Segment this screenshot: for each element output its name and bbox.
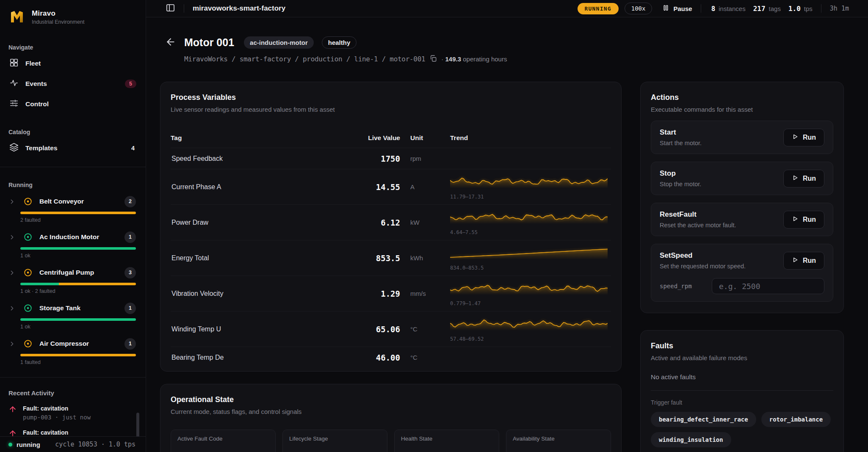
asset-type-badge: ac-induction-motor	[244, 36, 314, 49]
running-asset-row[interactable]: Centrifugal Pump3	[8, 266, 136, 279]
running-asset-group: Air Compressor11 faulted	[0, 333, 146, 369]
copy-icon	[429, 55, 437, 63]
operational-state-title: Operational State	[171, 395, 611, 404]
pv-trend-cell: 57.48–69.52	[450, 314, 611, 345]
pv-live-value: 1.29	[353, 289, 400, 298]
no-active-faults-text: No active faults	[651, 373, 833, 381]
pv-trend-cell: 834.0–853.5	[450, 243, 611, 273]
op-state-box: Health State	[394, 430, 499, 452]
process-variables-subtitle: Live sensor readings and measured values…	[171, 106, 611, 113]
pv-live-value: 46.00	[353, 353, 400, 362]
section-label-navigate: Navigate	[0, 44, 146, 51]
health-bar	[20, 318, 136, 321]
action-info: StartStart the motor.	[660, 128, 702, 146]
page-title: Motor 001	[184, 36, 234, 49]
action-row: ResetFaultReset the active motor fault.R…	[660, 210, 824, 229]
trigger-fault-rotor_imbalance[interactable]: rotor_imbalance	[761, 412, 831, 427]
running-asset-count: 3	[124, 267, 136, 278]
table-row: Current Phase A14.55A 11.79–17.31	[171, 169, 611, 204]
faults-title: Faults	[651, 342, 833, 350]
actions-subtitle: Executable commands for this asset	[651, 106, 833, 113]
stat-value: 217	[753, 5, 766, 13]
table-row: Power Draw6.12kW 4.64–7.55	[171, 204, 611, 240]
health-bar	[20, 354, 136, 356]
pv-tag-name: Power Draw	[171, 219, 353, 226]
run-button-start[interactable]: Run	[783, 129, 824, 146]
table-row: Vibration Velocity1.29mm/s 0.779–1.47	[171, 276, 611, 311]
sidebar-scroll-area: Navigate FleetEvents5Control Catalog Tem…	[0, 30, 146, 436]
miravo-logo-icon	[8, 8, 25, 25]
brand-name: Miravo	[32, 9, 84, 18]
health-bar-segment	[20, 247, 136, 250]
action-info: ResetFaultReset the active motor fault.	[660, 210, 736, 229]
pv-trend-range: 4.64–7.55	[450, 229, 611, 235]
pv-unit: °C	[400, 354, 450, 361]
run-button-setspeed[interactable]: Run	[783, 252, 824, 270]
op-state-label: Lifecycle Stage	[289, 435, 381, 442]
trend-sparkline	[450, 247, 608, 262]
activity-list-item[interactable]: Fault: cavitationpump-003 · just now	[0, 401, 146, 425]
action-description: Reset the active motor fault.	[660, 222, 736, 229]
pv-trend-cell: 11.79–17.31	[450, 171, 611, 202]
pv-trend-range: 11.79–17.31	[450, 194, 611, 200]
play-icon	[792, 256, 799, 265]
stat-label: tps	[804, 5, 813, 12]
running-asset-row[interactable]: Air Compressor1	[8, 337, 136, 350]
layers-icon	[9, 143, 19, 154]
trigger-fault-label: Trigger fault	[651, 399, 833, 406]
sidebar-item-events[interactable]: Events5	[0, 74, 146, 94]
speed-multiplier-badge[interactable]: 100x	[625, 3, 652, 14]
chevron-right-icon	[8, 269, 16, 276]
running-asset-count: 1	[124, 338, 136, 350]
trend-sparkline	[450, 318, 608, 333]
templates-label: Templates	[25, 144, 124, 152]
play-icon	[792, 133, 799, 142]
trigger-fault-bearing_defect_inner_race[interactable]: bearing_defect_inner_race	[651, 412, 756, 427]
activity-list-item[interactable]: Fault: cavitationpump-001 · just now	[0, 425, 146, 436]
circle-dot-icon	[23, 232, 33, 242]
running-asset-row[interactable]: Storage Tank1	[8, 302, 136, 314]
param-label: speed_rpm	[660, 283, 702, 289]
table-row: Speed Feedback1750rpm	[171, 148, 611, 169]
operational-state-subtitle: Current mode, status flags, and control …	[171, 408, 611, 415]
pv-tag-name: Bearing Temp De	[171, 354, 353, 361]
running-asset-row[interactable]: Ac Induction Motor1	[8, 231, 136, 243]
operating-hours: · 149.3 operating hours	[441, 55, 507, 63]
pv-trend-range: 0.779–1.47	[450, 300, 611, 306]
trigger-fault-winding_insulation[interactable]: winding_insulation	[651, 432, 731, 447]
sidebar-item-templates[interactable]: Templates 4	[0, 138, 146, 158]
sidebar-item-label: Control	[25, 100, 136, 108]
sim-cycle-detail: cycle 10853 · 1.0 tps	[55, 441, 135, 448]
pv-trend-cell: 0.779–1.47	[450, 278, 611, 309]
sidebar-toggle-button[interactable]	[166, 3, 175, 14]
sidebar-item-control[interactable]: Control	[0, 94, 146, 114]
faults-card: Faults Active and available failure mode…	[640, 330, 844, 452]
pv-tag-name: Winding Temp U	[171, 325, 353, 333]
circle-dot-icon	[23, 268, 33, 277]
health-bar-segment	[20, 212, 136, 214]
pause-icon	[662, 4, 669, 13]
table-row: Winding Temp U65.06°C 57.48–69.52	[171, 311, 611, 347]
run-button-stop[interactable]: Run	[783, 170, 824, 187]
action-row: StopStop the motor.Run	[660, 169, 824, 187]
sidebar-item-fleet[interactable]: Fleet	[0, 53, 146, 74]
play-icon	[792, 174, 799, 183]
trend-sparkline	[450, 176, 608, 191]
running-asset-count: 1	[124, 232, 136, 243]
speed-rpm-input[interactable]	[712, 278, 824, 294]
run-button-resetfault[interactable]: Run	[783, 211, 824, 229]
action-param-row: speed_rpm	[660, 278, 824, 294]
health-badge: healthy	[322, 36, 357, 49]
sidebar-scrollbar-thumb[interactable]	[136, 413, 139, 436]
activity-title: Fault: cavitation	[23, 429, 91, 436]
back-button[interactable]	[165, 36, 176, 49]
running-asset-row[interactable]: Belt Conveyor2	[8, 195, 136, 208]
running-asset-group: Ac Induction Motor11 ok	[0, 226, 146, 262]
divider	[701, 4, 701, 13]
action-name: Stop	[660, 169, 701, 178]
pause-button[interactable]: Pause	[662, 4, 692, 13]
copy-path-button[interactable]	[429, 55, 437, 63]
pv-unit: mm/s	[400, 290, 450, 297]
topbar-stat: 217tags	[753, 5, 781, 13]
operational-state-card: Operational State Current mode, status f…	[160, 384, 622, 452]
